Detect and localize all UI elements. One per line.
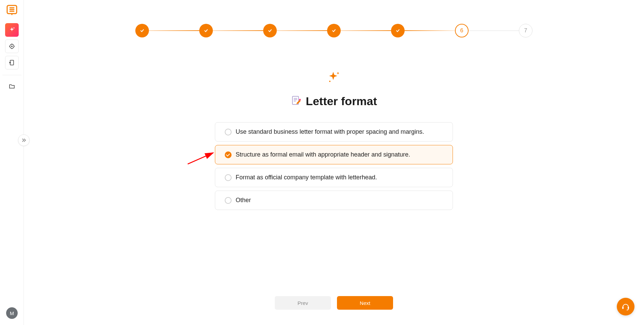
radio-icon	[225, 197, 232, 204]
svg-rect-12	[622, 307, 624, 309]
step-4[interactable]	[327, 24, 341, 37]
step-connector	[213, 30, 263, 31]
step-6[interactable]: 6	[455, 24, 469, 37]
sparkle-icon	[326, 70, 341, 86]
option-label: Structure as formal email with appropria…	[236, 151, 410, 158]
sidebar	[0, 0, 24, 325]
next-button[interactable]: Next	[337, 296, 393, 310]
svg-point-1	[13, 28, 14, 29]
progress-stepper: 6 7	[24, 0, 644, 37]
step-5[interactable]	[391, 24, 405, 37]
option-label: Other	[236, 197, 251, 204]
nav-item-2[interactable]	[5, 39, 19, 53]
app-logo[interactable]	[6, 4, 18, 16]
svg-rect-13	[628, 307, 629, 309]
step-2[interactable]	[199, 24, 213, 37]
step-connector	[469, 30, 519, 31]
step-connector	[149, 30, 199, 31]
step-1[interactable]	[135, 24, 149, 37]
options-group: Use standard business letter format with…	[215, 122, 453, 213]
option-label: Use standard business letter format with…	[236, 128, 424, 135]
option-formal-email[interactable]: Structure as formal email with appropria…	[215, 145, 453, 164]
headset-icon	[621, 302, 630, 311]
nav-ai-sparkle[interactable]	[5, 23, 19, 37]
document-edit-icon	[291, 95, 302, 108]
step-7[interactable]: 7	[519, 24, 532, 37]
help-fab[interactable]	[617, 298, 634, 315]
nav-item-3[interactable]	[5, 56, 19, 69]
footer-buttons: Prev Next	[275, 296, 393, 310]
nav-folder[interactable]	[5, 79, 19, 93]
page-title: Letter format	[306, 95, 377, 108]
prev-button[interactable]: Prev	[275, 296, 331, 310]
option-standard-letter[interactable]: Use standard business letter format with…	[215, 122, 453, 142]
option-other[interactable]: Other	[215, 191, 453, 210]
option-company-template[interactable]: Format as official company template with…	[215, 168, 453, 187]
step-connector	[405, 30, 455, 31]
step-connector	[341, 30, 391, 31]
option-label: Format as official company template with…	[236, 174, 377, 181]
nav-divider	[2, 75, 21, 75]
svg-point-3	[11, 46, 13, 47]
arrow-annotation	[186, 149, 217, 166]
user-avatar[interactable]: M	[6, 307, 18, 319]
radio-icon	[225, 129, 232, 135]
svg-point-5	[329, 81, 331, 82]
svg-line-11	[188, 153, 213, 164]
svg-point-10	[299, 99, 301, 100]
radio-icon	[225, 174, 232, 181]
main-content: 6 7 Letter format Use standard business …	[24, 0, 644, 325]
step-3[interactable]	[263, 24, 277, 37]
step-connector	[277, 30, 327, 31]
radio-icon	[225, 151, 232, 158]
